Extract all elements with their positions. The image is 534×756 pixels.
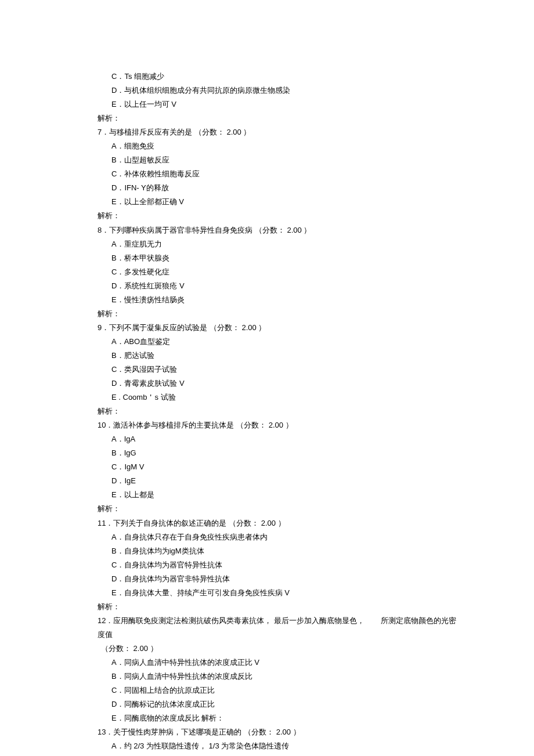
q12-option-c: C．同固相上结合的抗原成正比 xyxy=(98,683,459,697)
q7-option-e: E．以上全部都正确 V xyxy=(98,195,459,209)
q6-option-c: C．Ts 细胞减少 xyxy=(98,70,459,84)
q13-option-a: A．约 2/3 为性联隐性遗传， 1/3 为常染色体隐性遗传 xyxy=(98,739,459,753)
q10-option-c: C．IgM V xyxy=(98,460,459,474)
q10-option-b: B．IgG xyxy=(98,446,459,460)
q9-option-e: E . Coomb＇s 试验 xyxy=(98,390,459,404)
q8-option-c: C．多发性硬化症 xyxy=(98,265,459,279)
q12-stem-line1: 12．应用酶联免疫测定法检测抗破伤风类毒素抗体， 最后一步加入酶底物显色， 所测… xyxy=(98,614,459,642)
q10-option-a: A．IgA xyxy=(98,432,459,446)
q7-stem: 7．与移植排斥反应有关的是 （分数： 2.00 ） xyxy=(98,125,459,139)
q9-option-d: D．青霉素皮肤试验 V xyxy=(98,377,459,390)
q13-stem: 13．关于慢性肉芽肿病，下述哪项是正确的 （分数： 2.00 ） xyxy=(98,725,459,739)
q10-option-d: D．IgE xyxy=(98,474,459,488)
q7-option-d: D．IFN- Y的释放 xyxy=(98,181,459,195)
q11-option-b: B．自身抗体均为igM类抗体 xyxy=(98,544,459,558)
q10-option-e: E．以上都是 xyxy=(98,488,459,502)
q8-option-d: D．系统性红斑狼疮 V xyxy=(98,279,459,293)
q9-option-b: B．肥达试验 xyxy=(98,349,459,363)
q6-option-d: D．与机体组织细胞成分有共同抗原的病原微生物感染 xyxy=(98,84,459,97)
q12-stem-part-a: 12．应用酶联免疫测定法检测抗破伤风类毒素抗体， 最后一步加入酶底物显色， xyxy=(98,616,365,625)
q7-option-c: C．补体依赖性细胞毒反应 xyxy=(98,167,459,181)
q11-analysis: 解析： xyxy=(98,600,459,614)
q8-analysis: 解析： xyxy=(98,307,459,321)
q8-option-a: A．重症肌无力 xyxy=(98,237,459,251)
q11-option-d: D．自身抗体均为器官非特异性抗体 xyxy=(98,572,459,586)
q7-option-a: A．细胞免疫 xyxy=(98,139,459,153)
q8-option-e: E．慢性溃疡性结肠炎 xyxy=(98,293,459,307)
q13-option-b: B．CD4+T细胞受到持续刺激而形成肉芽肿 xyxy=(98,753,459,756)
q12-option-e: E．同酶底物的浓度成反比 解析： xyxy=(98,711,459,725)
q9-option-c: C．类风湿因子试验 xyxy=(98,363,459,377)
q11-option-c: C．自身抗体均为器官特异性抗体 xyxy=(98,558,459,572)
q12-option-a: A．同病人血清中特异性抗体的浓度成正比 V xyxy=(98,656,459,670)
q12-option-b: B．同病人血清中特异性抗体的浓度成反比 xyxy=(98,670,459,683)
q8-stem: 8．下列哪种疾病属于器官非特异性自身免疫病 （分数： 2.00 ） xyxy=(98,223,459,237)
q10-stem: 10．激活补体参与移植排斥的主要抗体是 （分数： 2.00 ） xyxy=(98,418,459,432)
q11-option-e: E．自身抗体大量、持续产生可引发自身免疫性疾病 V xyxy=(98,586,459,600)
q12-option-d: D．同酶标记的抗体浓度成正比 xyxy=(98,697,459,711)
q12-stem-line2: （分数： 2.00 ） xyxy=(98,642,459,656)
q6-option-e: E．以上任一均可 V xyxy=(98,97,459,111)
q11-stem: 11．下列关于自身抗体的叙述正确的是 （分数： 2.00 ） xyxy=(98,516,459,530)
q7-option-b: B．山型超敏反应 xyxy=(98,153,459,167)
q9-option-a: A．ABO血型鉴定 xyxy=(98,335,459,349)
q9-analysis: 解析： xyxy=(98,404,459,418)
q10-analysis: 解析： xyxy=(98,502,459,516)
q6-analysis: 解析： xyxy=(98,111,459,125)
q9-stem: 9．下列不属于凝集反应的试验是 （分数： 2.00 ） xyxy=(98,321,459,335)
q7-analysis: 解析： xyxy=(98,209,459,223)
q8-option-b: B．桥本甲状腺炎 xyxy=(98,251,459,265)
q11-option-a: A．自身抗体只存在于自身免疫性疾病患者体内 xyxy=(98,530,459,544)
